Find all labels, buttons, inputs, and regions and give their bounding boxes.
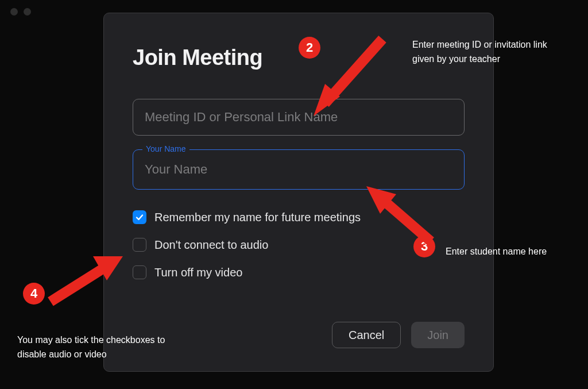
cancel-button[interactable]: Cancel [332,322,401,348]
checkbox-no-audio-box[interactable] [133,238,146,252]
checkmark-icon [135,213,144,222]
checkbox-remember-name[interactable]: Remember my name for future meetings [133,210,465,224]
window-traffic-lights [10,8,31,16]
annotation-badge-2: 2 [299,37,320,59]
checkbox-no-video[interactable]: Turn off my video [133,265,465,279]
traffic-light-minimize[interactable] [24,8,31,16]
annotation-badge-3: 3 [413,236,435,257]
annotation-text-2: Enter meeting ID or invitation link give… [412,38,567,67]
join-meeting-dialog: Join Meeting Your Name Remember my name … [103,13,494,372]
checkbox-no-video-box[interactable] [133,265,146,279]
join-button[interactable]: Join [411,322,465,348]
checkbox-no-video-label: Turn off my video [154,266,242,279]
meeting-id-input[interactable] [145,110,452,125]
annotation-text-3: Enter student name here [446,245,578,259]
name-field-label: Your Name [142,144,189,153]
svg-line-4 [51,265,108,302]
annotation-badge-4: 4 [23,283,45,305]
meeting-id-field[interactable] [133,99,465,136]
checkbox-no-audio-label: Don't connect to audio [154,238,268,252]
dialog-buttons: Cancel Join [332,322,465,348]
name-field[interactable]: Your Name [133,149,465,190]
name-input[interactable] [145,162,452,177]
checkbox-remember-box[interactable] [133,210,146,224]
traffic-light-close[interactable] [10,8,18,16]
annotation-text-4: You may also tick the checkboxes to disa… [17,333,189,362]
checkbox-remember-label: Remember my name for future meetings [154,211,361,224]
